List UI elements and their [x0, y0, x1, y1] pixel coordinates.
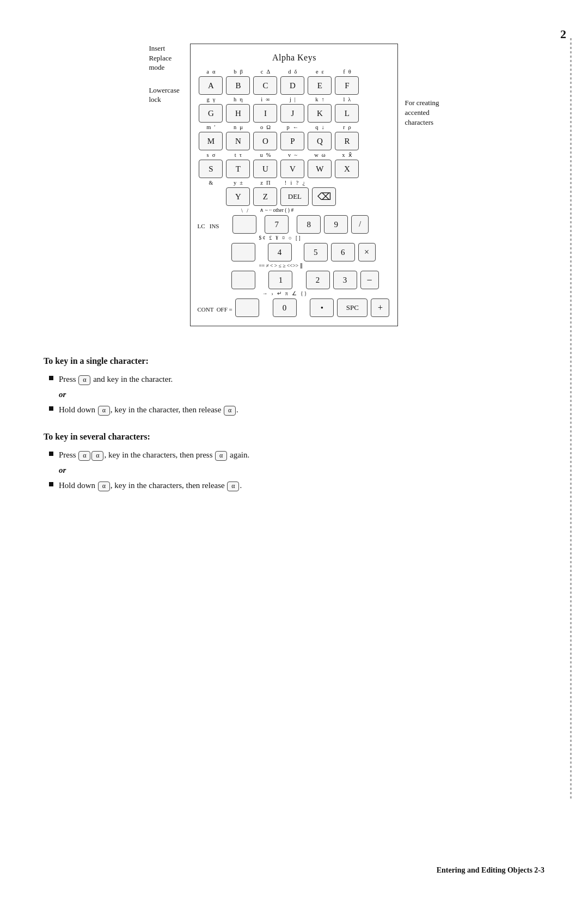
key-L[interactable]: L — [335, 104, 359, 123]
key-8-unit: 8 — [297, 208, 321, 234]
key-4-unit: $ ¢ £ ¥ ¤ ○ [ ] 4 — [259, 236, 300, 261]
keyboard-row-9: CONT OFF = → › ↵ π ∠ { } 0 • SPC — [197, 291, 391, 317]
key-0-top: → › ↵ π ∠ { } — [262, 291, 307, 298]
key-X-top: xx̄ — [342, 153, 352, 160]
key-G[interactable]: G — [199, 104, 223, 123]
key-3[interactable]: 3 — [333, 271, 357, 289]
key-Z[interactable]: Z — [253, 187, 277, 206]
key-alpha-inline-7[interactable]: α — [98, 482, 110, 491]
key-Q[interactable]: Q — [308, 132, 332, 150]
key-E-top: eε — [316, 69, 324, 76]
key-multiply[interactable]: × — [358, 243, 376, 261]
key-Y-top: y± — [234, 180, 243, 187]
key-backslash[interactable] — [232, 215, 256, 234]
key-empty-9[interactable] — [235, 298, 259, 317]
heading-single-char: To key in a single character: — [44, 354, 544, 368]
key-B-unit: bβ B — [226, 69, 250, 95]
key-D-top: dδ — [288, 69, 297, 76]
key-J[interactable]: J — [280, 104, 304, 123]
key-D[interactable]: D — [280, 76, 304, 95]
key-I[interactable]: I — [253, 104, 277, 123]
key-empty-row7 — [231, 236, 255, 261]
key-Y[interactable]: Y — [226, 187, 250, 206]
key-alpha-inline-6[interactable]: α — [215, 451, 227, 461]
key-C[interactable]: C — [253, 76, 277, 95]
key-backslash-top: \ / — [241, 208, 248, 215]
key-5[interactable]: 5 — [304, 243, 328, 261]
key-U[interactable]: U — [253, 160, 277, 178]
key-N[interactable]: N — [226, 132, 250, 150]
key-6[interactable]: 6 — [331, 243, 355, 261]
key-F-unit: fθ F — [335, 69, 359, 95]
key-H-top: hη — [234, 97, 243, 104]
key-slash-unit: / — [351, 208, 369, 234]
bullet-icon-2b — [49, 482, 53, 486]
key-O[interactable]: O — [253, 132, 277, 150]
row9-prefix: CONT OFF = — [197, 306, 232, 317]
key-alpha-inline-2[interactable]: α — [98, 406, 110, 416]
key-alpha-inline-5[interactable]: α — [91, 451, 103, 461]
key-Y-unit: y± Y — [226, 180, 250, 206]
key-Z-unit: zΠ Z — [253, 180, 277, 206]
key-L-unit: lλ L — [335, 97, 359, 123]
key-W[interactable]: W — [308, 160, 332, 178]
key-alpha-inline-1[interactable]: α — [78, 375, 90, 385]
list-item-or-1: or — [49, 388, 544, 401]
key-alpha-inline-8[interactable]: α — [227, 482, 239, 491]
key-K-top: k↑ — [315, 97, 324, 104]
key-V[interactable]: V — [280, 160, 304, 178]
key-J-unit: j| J — [280, 97, 304, 123]
key-T[interactable]: T — [226, 160, 250, 178]
key-R[interactable]: R — [335, 132, 359, 150]
key-slash[interactable]: / — [351, 215, 369, 234]
key-H[interactable]: H — [226, 104, 250, 123]
key-minus[interactable]: − — [360, 271, 379, 289]
row6-prefix: LC INS — [197, 223, 230, 234]
key-2-unit: 2 — [306, 264, 330, 289]
key-1-unit: == ≠ < > ≤ ≥ <<>> ‖ 1 — [259, 264, 302, 289]
key-R-top: rρ — [343, 125, 351, 132]
key-P[interactable]: P — [280, 132, 304, 150]
key-alpha-inline-3[interactable]: α — [224, 406, 236, 416]
key-V-top: v~ — [288, 153, 297, 160]
key-X[interactable]: X — [335, 160, 359, 178]
key-A[interactable]: A — [199, 76, 223, 95]
key-K[interactable]: K — [308, 104, 332, 123]
key-empty-8[interactable] — [231, 271, 255, 289]
keyboard-box: Alpha Keys aα A bβ B cΔ C — [190, 44, 398, 326]
key-0[interactable]: 0 — [273, 298, 297, 317]
keyboard-row-1: aα A bβ B cΔ C dδ D — [197, 69, 391, 95]
key-B[interactable]: B — [226, 76, 250, 95]
key-empty-7[interactable] — [231, 243, 255, 261]
list-item-1b: Hold down α, key in the character, then … — [49, 403, 544, 416]
key-F[interactable]: F — [335, 76, 359, 95]
key-8[interactable]: 8 — [297, 215, 321, 234]
key-1[interactable]: 1 — [268, 271, 292, 289]
key-9[interactable]: 9 — [324, 215, 348, 234]
key-W-unit: wω W — [308, 153, 332, 178]
key-dot-unit: • — [310, 291, 334, 317]
key-plus[interactable]: + — [371, 298, 389, 317]
key-4[interactable]: 4 — [268, 243, 292, 261]
key-I-top: i∞ — [261, 97, 270, 104]
key-W-top: wω — [314, 153, 326, 160]
key-X-unit: xx̄ X — [335, 153, 359, 178]
key-backspace[interactable]: ⌫ — [312, 187, 336, 206]
key-H-unit: hη H — [226, 97, 250, 123]
key-7[interactable]: 7 — [265, 215, 289, 234]
key-E[interactable]: E — [308, 76, 332, 95]
key-Q-top: q↓ — [315, 125, 324, 132]
key-multiply-unit: × — [358, 236, 376, 261]
key-dot[interactable]: • — [310, 298, 334, 317]
key-backspace-unit: ⌫ — [312, 180, 336, 206]
bullet-icon-2a — [49, 452, 53, 456]
key-SPC[interactable]: SPC — [337, 298, 367, 317]
key-alpha-inline-4[interactable]: α — [78, 451, 90, 461]
key-M[interactable]: M — [199, 132, 223, 150]
key-A-top: aα — [206, 69, 215, 76]
key-2[interactable]: 2 — [306, 271, 330, 289]
key-S[interactable]: S — [199, 160, 223, 178]
key-DEL[interactable]: DEL — [280, 187, 309, 206]
keyboard-diagram-section: InsertReplacemode Lowercaselock Alpha Ke… — [44, 44, 544, 326]
key-C-unit: cΔ C — [253, 69, 277, 95]
